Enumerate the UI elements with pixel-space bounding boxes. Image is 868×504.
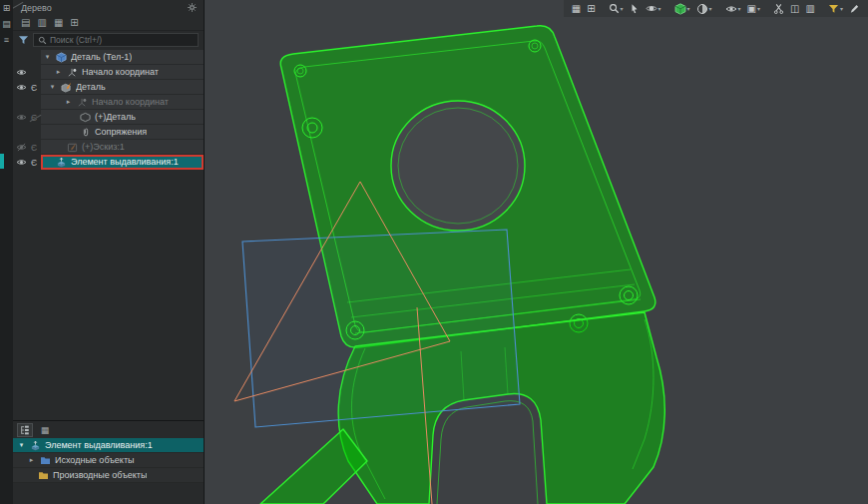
folder-blue-icon	[39, 454, 52, 466]
detail-item-label: Исходные объекты	[55, 455, 135, 465]
tree-row: Є Элемент выдавливания:1	[13, 155, 204, 170]
magnifier-icon	[609, 3, 620, 14]
tree-item-label: Начало координат	[82, 67, 159, 77]
expand-arrow-icon[interactable]: ▸	[54, 68, 63, 76]
dock-document-icon[interactable]: ▤	[1, 19, 12, 30]
hide-objects-button[interactable]: ▾	[723, 1, 743, 16]
tree-search-row	[13, 31, 204, 50]
body-marker-icon[interactable]: Є	[31, 158, 37, 168]
tree-row: Є (+)Деталь	[13, 110, 204, 125]
section-view-button[interactable]	[771, 1, 786, 16]
origin-icon	[76, 96, 89, 108]
tree-item-extrusion[interactable]: Элемент выдавливания:1	[41, 155, 204, 170]
tree-item-label: (+)Деталь	[95, 112, 136, 122]
paperclip-icon	[79, 126, 92, 138]
left-dock-strip: ⊞ ▤ ≡	[0, 0, 13, 504]
tree-item-label: Деталь	[76, 82, 106, 92]
tab-structure-icon[interactable]	[17, 423, 33, 437]
tree-panel-header: Дерево	[13, 0, 204, 15]
cad-app-window: ⊞ ▤ ≡ Дерево ▤ ▥ ▦ ⊞	[0, 0, 868, 504]
orientation-cube-button[interactable]: ▾	[672, 1, 692, 16]
tree-item-label: (+)Эскиз:1	[82, 142, 125, 152]
orbit-icon	[646, 3, 657, 14]
detail-item-extrusion[interactable]: ▾ Элемент выдавливания:1	[13, 438, 204, 453]
orientation-cube-icon	[674, 3, 686, 15]
display-style-button[interactable]: ▾	[694, 1, 714, 16]
workplane-button[interactable]: ▥	[804, 1, 817, 16]
dock-grid-icon[interactable]: ⊞	[1, 3, 12, 14]
tree-item-part-root[interactable]: ▾ Деталь (Тел-1)	[41, 50, 204, 65]
tree-row: Сопряжения	[13, 125, 204, 140]
visibility-eye-icon[interactable]	[16, 83, 28, 93]
measure-button[interactable]	[847, 1, 862, 16]
filter-button[interactable]: ▾	[826, 1, 845, 16]
appearance-button[interactable]: ▣ ▾	[745, 1, 762, 16]
viewport-3d[interactable]: ▦ ⊞ ▾ ▾ ▾	[206, 0, 868, 504]
tree-structure-icon[interactable]: ▤	[21, 16, 30, 30]
tree-rows: ▾ Деталь (Тел-1) ▸	[13, 50, 204, 170]
expand-arrow-icon[interactable]: ▾	[17, 441, 26, 449]
tree-item-origin[interactable]: ▸ Начало координат	[41, 65, 204, 80]
tree-empty-area	[13, 170, 204, 420]
tree-composition-icon[interactable]: ▦	[54, 16, 63, 30]
search-input[interactable]	[33, 33, 199, 47]
tree-sheet-icon[interactable]: ⊞	[70, 16, 78, 30]
pointer-button[interactable]	[628, 1, 642, 16]
visibility-eye-icon[interactable]	[16, 158, 28, 168]
grid-icon[interactable]: ▦	[570, 1, 583, 16]
part-edit-icon	[60, 81, 73, 93]
shaded-sphere-icon	[696, 3, 708, 15]
sketch-icon	[66, 141, 79, 153]
tree-row: ▾ Деталь (Тел-1)	[13, 50, 204, 65]
expand-arrow-icon[interactable]: ▾	[48, 83, 57, 91]
expand-arrow-icon[interactable]: ▸	[27, 456, 36, 464]
dock-menu-icon[interactable]: ≡	[1, 35, 12, 46]
detail-item-sources[interactable]: ▸ Исходные объекты	[13, 453, 204, 468]
tree-item-label: Начало координат	[92, 97, 169, 107]
scissors-icon	[773, 3, 784, 14]
body-marker-icon[interactable]: Є	[31, 143, 37, 153]
tree-item-part-edit[interactable]: ▾ Деталь	[41, 80, 204, 95]
origin-icon	[66, 66, 79, 78]
gear-icon[interactable]	[187, 2, 198, 13]
tree-item-mates[interactable]: Сопряжения	[41, 125, 204, 140]
model-tree-panel: Дерево ▤ ▥ ▦ ⊞ ▾	[13, 0, 205, 504]
tree-item-part-ref[interactable]: (+)Деталь	[41, 110, 204, 125]
tree-item-sketch[interactable]: (+)Эскиз:1	[41, 140, 204, 155]
detail-panel-tabs: ▦	[13, 421, 204, 438]
visibility-eye-icon[interactable]	[16, 68, 28, 78]
panel-title: Дерево	[21, 3, 187, 13]
filter-funnel-icon[interactable]	[18, 35, 29, 45]
sketch-plane	[242, 230, 520, 427]
feature-detail-panel: ▦ ▾ Элемент выдавливания:1 ▸ Исходные об…	[13, 420, 204, 504]
detail-item-label: Элемент выдавливания:1	[45, 440, 153, 450]
eye-icon	[725, 4, 737, 14]
search-field[interactable]	[50, 35, 194, 45]
folder-yellow-icon	[37, 469, 50, 481]
tree-toolbar: ▤ ▥ ▦ ⊞	[13, 15, 204, 31]
tree-row: Є (+)Эскиз:1	[13, 140, 204, 155]
sheet-layout-icon[interactable]: ⊞	[585, 1, 597, 16]
detail-item-label: Производные объекты	[53, 470, 147, 480]
visibility-eye-off-icon[interactable]	[16, 113, 28, 123]
tree-item-label: Деталь (Тел-1)	[71, 52, 132, 62]
detail-item-derived[interactable]: Производные объекты	[13, 468, 204, 483]
expand-arrow-icon[interactable]: ▾	[43, 53, 52, 61]
tree-row: Є ▾ Деталь	[13, 80, 204, 95]
tree-row: ▸ Начало координат	[13, 95, 204, 110]
tree-layers-icon[interactable]: ▥	[37, 16, 46, 30]
expand-arrow-icon[interactable]: ▸	[64, 98, 73, 106]
tree-item-origin-sub[interactable]: ▸ Начало координат	[41, 95, 204, 110]
tree-row: ▸ Начало координат	[13, 65, 204, 80]
visibility-eye-off-icon[interactable]	[16, 143, 28, 153]
model-3d-scene[interactable]	[206, 0, 868, 504]
tab-grid-icon[interactable]: ▦	[37, 423, 53, 437]
body-marker-off-icon[interactable]: Є	[31, 113, 37, 123]
extrude-icon	[55, 156, 68, 168]
orbit-button[interactable]: ▾	[644, 1, 663, 16]
panels-button[interactable]: ◫	[788, 1, 801, 16]
zoom-button[interactable]: ▾	[607, 1, 626, 16]
body-marker-icon[interactable]: Є	[31, 83, 37, 93]
filter-funnel-icon	[828, 4, 839, 14]
search-icon	[38, 36, 47, 45]
